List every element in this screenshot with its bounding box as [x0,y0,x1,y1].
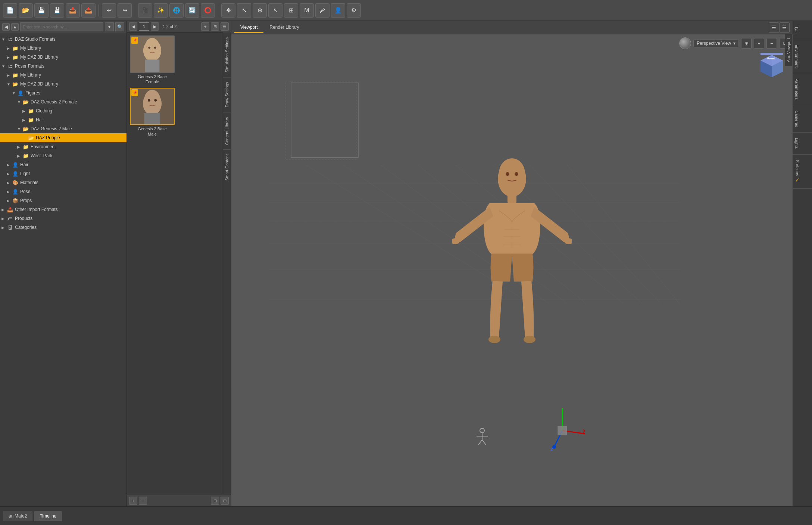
type-panel-tab[interactable]: Ty... [793,21,812,39]
aux-viewport-tab[interactable]: Aux Viewport [785,34,793,66]
save-as-button[interactable]: 💾 [50,3,64,18]
rotate-tool-button[interactable]: 🔄 [185,3,199,18]
content-item-genesis2-male[interactable]: 📌 Genesis 2 BaseMale [130,88,175,137]
copy-button[interactable]: ⊞ [211,497,219,505]
save-file-button[interactable]: 💾 [34,3,49,18]
tree-item-my-library-2[interactable]: ▶ My Library [0,71,127,80]
tree-item-my-library-1[interactable]: ▶ My Library [0,44,127,53]
simulation-settings-tab[interactable]: Simulation Settings [223,32,231,77]
timeline-tab[interactable]: Timeline [34,511,62,521]
geometry-editor-button[interactable]: M [300,3,314,18]
redo-button[interactable]: ↪ [118,3,132,18]
translate-tool-button[interactable]: ✥ [221,3,235,18]
tree-item-my-daz-3d-library-1[interactable]: ▶ My DAZ 3D Library [0,53,127,62]
tree-item-daz-genesis-2-male[interactable]: ▼ DAZ Genesis 2 Male [0,124,127,133]
content-bottom-toolbar: + − ⊞ ⊟ [127,495,231,506]
tree-item-hair[interactable]: ▶ Hair [0,115,127,124]
svg-point-9 [148,99,150,102]
thumbnail-view-button[interactable]: ⊞ [211,22,219,31]
tree-item-daz-people[interactable]: 📂 DAZ People [0,133,127,142]
render-library-tab[interactable]: Render Library [263,22,305,33]
search-input[interactable] [20,22,103,31]
search-dropdown-button[interactable]: ▾ [105,22,114,31]
export-button[interactable]: 📤 [81,3,96,18]
tree-item-hair-root[interactable]: ▶ 👤 Hair [0,160,127,169]
viewport-tabs: Viewport Render Library ☰ ☰ [231,21,793,34]
svg-point-10 [154,99,157,102]
tree-item-categories[interactable]: ▶ 🗄 Categories [0,223,127,232]
lights-panel-tab[interactable]: Lights [793,133,812,154]
scale-tool-button[interactable]: ⤡ [237,3,251,18]
smart-content-tab[interactable]: Smart Content [223,149,231,185]
svg-point-36 [488,336,500,343]
tree-item-pose-root[interactable]: ▶ 👤 Pose [0,187,127,196]
render-button[interactable]: ✨ [154,3,168,18]
new-file-button[interactable]: 📄 [3,3,17,18]
lasso-tool-button[interactable]: ⭕ [201,3,215,18]
universal-tool-button[interactable]: ⊕ [253,3,267,18]
view-selector[interactable]: Perspective View ▾ [693,39,739,47]
tree-item-daz-genesis-2-female[interactable]: ▼ DAZ Genesis 2 Female [0,97,127,106]
surfaces-panel-tab[interactable]: Surfaces ✓ [793,155,812,189]
tree-item-poser-formats[interactable]: ▼ 🗂 Poser Formats [0,62,127,71]
environment-sphere[interactable] [679,37,691,49]
add-item-button[interactable]: + [129,497,137,505]
undo-button[interactable]: ↩ [102,3,116,18]
tree-item-daz-studio-formats[interactable]: ▼ 🗂 DAZ Studio Formats [0,35,127,44]
camera-tool-button[interactable]: 🎥 [138,3,152,18]
svg-point-54 [480,428,484,433]
import-button[interactable]: 📥 [66,3,80,18]
viewport-menu-button[interactable]: ☰ [769,22,779,33]
orientation-cube[interactable]: Front [757,53,787,83]
search-submit-button[interactable]: 🔍 [115,22,124,31]
content-nav-back-button[interactable]: ◀ [129,22,137,31]
svg-point-3 [148,47,150,49]
tree-item-other-import-formats[interactable]: ▶ 📥 Other Import Formats [0,205,127,214]
viewport-overlay-top: Perspective View ▾ ⊞ + − ↺ [679,37,790,49]
viewport-zoom-in-button[interactable]: + [754,38,764,49]
tree-item-materials-root[interactable]: ▶ 🎨 Materials [0,178,127,187]
select-tool-button[interactable]: ↖ [268,3,282,18]
figure-tool-button[interactable]: 👤 [331,3,345,18]
list-view-button[interactable]: ☰ [221,22,229,31]
scene-button[interactable]: 🌐 [169,3,184,18]
cameras-panel-tab[interactable]: Cameras [793,105,812,133]
tree-item-clothing[interactable]: ▶ Clothing [0,106,127,115]
viewport-fit-button[interactable]: ⊞ [741,38,752,49]
viewport-options-button[interactable]: ☰ [779,22,790,33]
svg-marker-61 [761,53,783,55]
svg-rect-5 [145,60,160,72]
tree-item-props-root[interactable]: ▶ 📦 Props [0,196,127,205]
animate2-tab[interactable]: aniMate2 [3,511,32,521]
camera-orbit-button[interactable]: ⚙ [347,3,361,18]
node-select-button[interactable]: ⊞ [284,3,298,18]
content-library-tab[interactable]: Content Library [223,112,231,149]
content-toolbar: ◀ 1 ▶ 1-2 of 2 + ⊞ ☰ [127,21,231,32]
environment-panel-tab[interactable]: Environment [793,39,812,73]
tree-item-light-root[interactable]: ▶ 👤 Light [0,169,127,178]
svg-point-38 [506,172,509,176]
left-panel: ◀ ▲ ▾ 🔍 ▼ 🗂 DAZ Studio Formats ▶ My Libr… [0,21,127,506]
content-item-genesis2-female[interactable]: 📌 Genesis 2 BaseFemale [130,35,175,85]
viewport-canvas[interactable]: X Y Z Perspective View [231,34,793,506]
tree-item-environment[interactable]: ▶ Environment [0,142,127,151]
paint-tool-button[interactable]: 🖌 [315,3,330,18]
viewport-tab[interactable]: Viewport [234,22,263,33]
view-selector-arrow: ▾ [733,41,736,46]
add-to-scene-button[interactable]: + [201,22,209,31]
tree-item-my-daz-3d-library-2[interactable]: ▼ My DAZ 3D Library [0,80,127,88]
remove-item-button[interactable]: − [139,497,147,505]
open-file-button[interactable]: 📂 [19,3,33,18]
draw-settings-tab[interactable]: Draw Settings [223,77,231,112]
nav-up-button[interactable]: ▲ [11,23,19,31]
tree-item-products[interactable]: ▶ 🗃 Products [0,214,127,223]
viewport-zoom-out-button[interactable]: − [766,38,777,49]
separator-3 [218,4,218,16]
tree-item-west-park[interactable]: ▶ West_Park [0,151,127,160]
tree-item-figures[interactable]: ▼ 👤 Figures [0,88,127,97]
paste-button[interactable]: ⊟ [221,497,229,505]
content-nav-forward-button[interactable]: ▶ [151,22,159,31]
nav-back-button[interactable]: ◀ [2,23,10,31]
svg-text:X: X [583,429,585,434]
parameters-panel-tab[interactable]: Parameters [793,73,812,105]
